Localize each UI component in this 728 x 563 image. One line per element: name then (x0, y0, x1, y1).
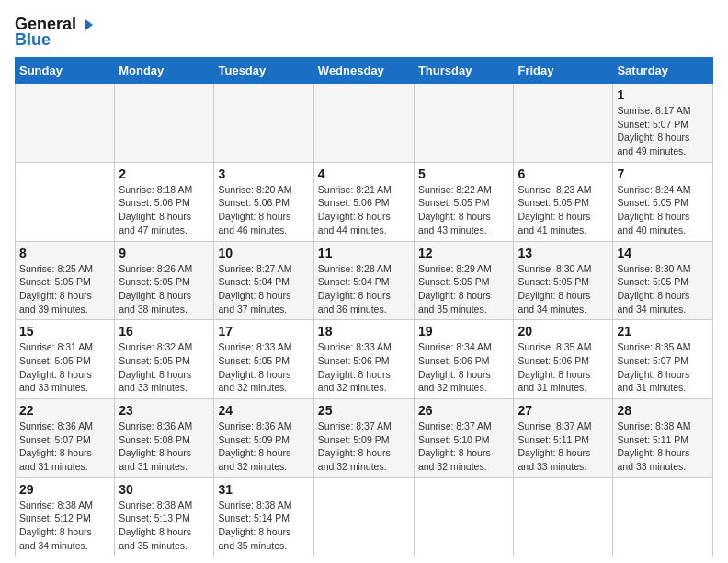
day-info: Sunrise: 8:38 AMSunset: 5:12 PMDaylight:… (19, 499, 110, 553)
calendar-cell: 18Sunrise: 8:33 AMSunset: 5:06 PMDayligh… (313, 320, 414, 399)
calendar-cell (313, 477, 414, 557)
calendar-cell: 20Sunrise: 8:35 AMSunset: 5:06 PMDayligh… (514, 320, 613, 399)
day-info: Sunrise: 8:29 AMSunset: 5:05 PMDaylight:… (418, 262, 510, 316)
calendar-week-3: 15Sunrise: 8:31 AMSunset: 5:05 PMDayligh… (16, 320, 713, 399)
calendar-cell: 27Sunrise: 8:37 AMSunset: 5:11 PMDayligh… (514, 399, 613, 478)
day-info: Sunrise: 8:32 AMSunset: 5:05 PMDaylight:… (119, 340, 210, 395)
calendar-cell (16, 162, 115, 241)
day-info: Sunrise: 8:20 AMSunset: 5:06 PMDaylight:… (218, 183, 309, 237)
day-number: 27 (518, 403, 609, 418)
column-header-thursday: Thursday (414, 58, 514, 84)
day-info: Sunrise: 8:38 AMSunset: 5:14 PMDaylight:… (218, 499, 309, 553)
day-info: Sunrise: 8:35 AMSunset: 5:06 PMDaylight:… (518, 340, 609, 395)
logo-text-block: General Blue (15, 15, 97, 50)
day-number: 19 (418, 324, 510, 339)
column-header-tuesday: Tuesday (214, 58, 313, 84)
day-number: 3 (218, 167, 309, 181)
calendar-cell (16, 84, 115, 163)
day-info: Sunrise: 8:28 AMSunset: 5:04 PMDaylight:… (318, 262, 410, 316)
calendar-body: 1Sunrise: 8:17 AMSunset: 5:07 PMDaylight… (16, 84, 713, 557)
calendar-cell: 5Sunrise: 8:22 AMSunset: 5:05 PMDaylight… (414, 162, 514, 241)
calendar-cell: 1Sunrise: 8:17 AMSunset: 5:07 PMDaylight… (613, 84, 713, 163)
day-number: 26 (418, 403, 510, 418)
calendar-header: SundayMondayTuesdayWednesdayThursdayFrid… (16, 58, 713, 84)
day-info: Sunrise: 8:38 AMSunset: 5:11 PMDaylight:… (617, 419, 709, 474)
column-header-wednesday: Wednesday (313, 58, 414, 84)
day-info: Sunrise: 8:37 AMSunset: 5:09 PMDaylight:… (318, 419, 410, 474)
day-number: 10 (218, 246, 309, 260)
calendar-week-5: 29Sunrise: 8:38 AMSunset: 5:12 PMDayligh… (16, 477, 713, 557)
day-number: 16 (119, 324, 210, 339)
calendar-cell: 25Sunrise: 8:37 AMSunset: 5:09 PMDayligh… (313, 399, 414, 478)
calendar-cell: 8Sunrise: 8:25 AMSunset: 5:05 PMDaylight… (16, 241, 115, 320)
calendar-week-2: 8Sunrise: 8:25 AMSunset: 5:05 PMDaylight… (16, 241, 713, 320)
calendar-cell: 10Sunrise: 8:27 AMSunset: 5:04 PMDayligh… (214, 241, 313, 320)
day-number: 17 (218, 324, 309, 339)
day-number: 24 (218, 403, 309, 418)
calendar-cell: 16Sunrise: 8:32 AMSunset: 5:05 PMDayligh… (115, 320, 214, 399)
logo-line2: Blue (15, 30, 51, 50)
calendar-cell: 15Sunrise: 8:31 AMSunset: 5:05 PMDayligh… (16, 320, 115, 399)
day-info: Sunrise: 8:34 AMSunset: 5:06 PMDaylight:… (418, 340, 510, 395)
day-info: Sunrise: 8:30 AMSunset: 5:05 PMDaylight:… (518, 262, 609, 316)
day-number: 9 (119, 246, 210, 260)
day-info: Sunrise: 8:35 AMSunset: 5:07 PMDaylight:… (617, 340, 709, 395)
calendar-cell: 12Sunrise: 8:29 AMSunset: 5:05 PMDayligh… (414, 241, 514, 320)
day-info: Sunrise: 8:31 AMSunset: 5:05 PMDaylight:… (19, 340, 110, 395)
calendar-cell: 9Sunrise: 8:26 AMSunset: 5:05 PMDaylight… (115, 241, 214, 320)
day-number: 1 (617, 87, 709, 102)
calendar-week-0: 1Sunrise: 8:17 AMSunset: 5:07 PMDaylight… (16, 84, 713, 163)
calendar-cell: 2Sunrise: 8:18 AMSunset: 5:06 PMDaylight… (115, 162, 214, 241)
day-number: 8 (19, 246, 110, 260)
day-info: Sunrise: 8:27 AMSunset: 5:04 PMDaylight:… (218, 262, 309, 316)
calendar-cell: 29Sunrise: 8:38 AMSunset: 5:12 PMDayligh… (16, 477, 115, 557)
calendar-cell: 11Sunrise: 8:28 AMSunset: 5:04 PMDayligh… (313, 241, 414, 320)
day-number: 28 (617, 403, 709, 418)
calendar-week-4: 22Sunrise: 8:36 AMSunset: 5:07 PMDayligh… (16, 399, 713, 478)
day-number: 25 (318, 403, 410, 418)
day-number: 29 (19, 482, 110, 497)
day-number: 30 (119, 482, 210, 497)
calendar-cell: 13Sunrise: 8:30 AMSunset: 5:05 PMDayligh… (514, 241, 613, 320)
svg-marker-0 (85, 19, 93, 30)
header: General Blue (15, 15, 713, 50)
day-number: 13 (518, 246, 609, 260)
day-info: Sunrise: 8:25 AMSunset: 5:05 PMDaylight:… (19, 262, 110, 316)
calendar-cell (414, 477, 514, 557)
day-info: Sunrise: 8:36 AMSunset: 5:09 PMDaylight:… (218, 419, 309, 474)
calendar-cell: 17Sunrise: 8:33 AMSunset: 5:05 PMDayligh… (214, 320, 313, 399)
calendar-cell (414, 84, 514, 163)
day-number: 14 (617, 246, 709, 260)
calendar-cell: 3Sunrise: 8:20 AMSunset: 5:06 PMDaylight… (214, 162, 313, 241)
calendar-cell (214, 84, 313, 163)
column-header-sunday: Sunday (16, 58, 115, 84)
day-info: Sunrise: 8:36 AMSunset: 5:08 PMDaylight:… (119, 419, 210, 474)
day-info: Sunrise: 8:36 AMSunset: 5:07 PMDaylight:… (19, 419, 110, 474)
calendar-cell: 24Sunrise: 8:36 AMSunset: 5:09 PMDayligh… (214, 399, 313, 478)
day-number: 21 (617, 324, 709, 339)
calendar-cell: 31Sunrise: 8:38 AMSunset: 5:14 PMDayligh… (214, 477, 313, 557)
day-number: 5 (418, 167, 510, 181)
column-header-friday: Friday (514, 58, 613, 84)
calendar-cell: 7Sunrise: 8:24 AMSunset: 5:05 PMDaylight… (613, 162, 713, 241)
day-info: Sunrise: 8:33 AMSunset: 5:06 PMDaylight:… (318, 340, 410, 395)
calendar-cell (514, 477, 613, 557)
calendar-cell: 14Sunrise: 8:30 AMSunset: 5:05 PMDayligh… (613, 241, 713, 320)
day-info: Sunrise: 8:26 AMSunset: 5:05 PMDaylight:… (119, 262, 210, 316)
calendar-cell: 4Sunrise: 8:21 AMSunset: 5:06 PMDaylight… (313, 162, 414, 241)
calendar-table: SundayMondayTuesdayWednesdayThursdayFrid… (15, 57, 713, 557)
column-header-saturday: Saturday (613, 58, 713, 84)
calendar-week-1: 2Sunrise: 8:18 AMSunset: 5:06 PMDaylight… (16, 162, 713, 241)
day-info: Sunrise: 8:17 AMSunset: 5:07 PMDaylight:… (617, 104, 709, 158)
header-row: SundayMondayTuesdayWednesdayThursdayFrid… (16, 58, 713, 84)
logo-arrow-icon (78, 16, 97, 34)
calendar-cell: 28Sunrise: 8:38 AMSunset: 5:11 PMDayligh… (613, 399, 713, 478)
column-header-monday: Monday (115, 58, 214, 84)
day-info: Sunrise: 8:23 AMSunset: 5:05 PMDaylight:… (518, 183, 609, 237)
logo: General Blue (15, 15, 97, 50)
day-number: 18 (318, 324, 410, 339)
calendar-cell: 30Sunrise: 8:38 AMSunset: 5:13 PMDayligh… (115, 477, 214, 557)
day-number: 15 (19, 324, 110, 339)
day-number: 20 (518, 324, 609, 339)
day-number: 11 (318, 246, 410, 260)
